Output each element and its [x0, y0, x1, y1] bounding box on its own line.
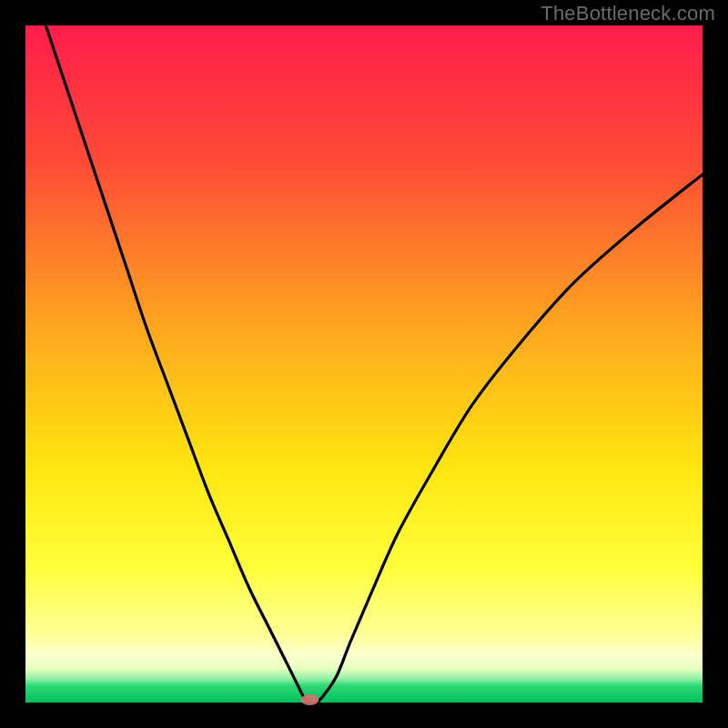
- bottleneck-chart: [0, 0, 728, 728]
- watermark-text: TheBottleneck.com: [541, 2, 715, 25]
- chart-frame: TheBottleneck.com: [0, 0, 728, 728]
- plot-area: [25, 25, 703, 703]
- optimal-point-marker: [300, 694, 318, 705]
